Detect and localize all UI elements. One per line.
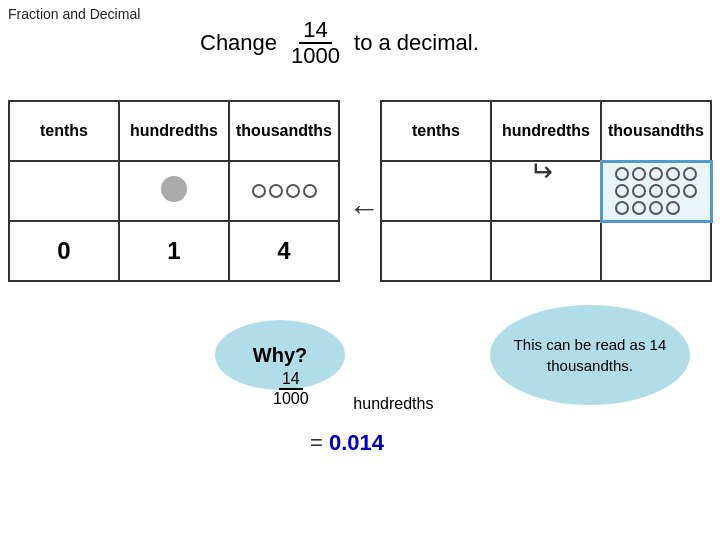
grid-dot-13 (649, 201, 663, 215)
grid-dot-8 (649, 184, 663, 198)
grid-dot-5 (683, 167, 697, 181)
left-value-thousandths: 4 (229, 221, 339, 281)
curved-arrow-icon: ↵ (530, 155, 553, 188)
right-value-thousandths (601, 221, 711, 281)
grid-dot-12 (632, 201, 646, 215)
grid-dot-2 (632, 167, 646, 181)
left-value-hundredths: 1 (119, 221, 229, 281)
why-label: Why? (253, 344, 307, 367)
grid-dot-9 (666, 184, 680, 198)
left-value-tenths: 0 (9, 221, 119, 281)
open-circle-2 (269, 184, 283, 198)
grid-dot-7 (632, 184, 646, 198)
grid-dot-4 (666, 167, 680, 181)
left-cell-tenths-icon (9, 161, 119, 221)
to-decimal-label: to a decimal. (354, 30, 479, 56)
left-place-value-table: tenths hundredths thousandths 0 1 4 (8, 100, 340, 282)
change-instruction: Change 14 1000 to a decimal. (200, 18, 479, 68)
bottom-fraction: 14 1000 (270, 370, 312, 408)
open-circle-4 (303, 184, 317, 198)
right-header-tenths: tenths (381, 101, 491, 161)
left-header-tenths: tenths (9, 101, 119, 161)
bot-fraction-numerator: 14 (279, 370, 303, 390)
right-place-value-table: tenths hundredths thousandths (380, 100, 713, 282)
right-header-hundredths: hundredths (491, 101, 601, 161)
right-cell-tenths (381, 161, 491, 221)
right-cell-thousandths-highlighted (601, 161, 711, 221)
grid-dots-group (603, 163, 710, 219)
left-header-hundredths: hundredths (119, 101, 229, 161)
right-value-tenths (381, 221, 491, 281)
grid-dot-10 (683, 184, 697, 198)
left-cell-thousandths-icon (229, 161, 339, 221)
open-circles-group (230, 184, 338, 198)
grid-dot-1 (615, 167, 629, 181)
equals-decimal-line: = 0.014 (310, 430, 384, 456)
grid-dot-11 (615, 201, 629, 215)
open-circle-1 (252, 184, 266, 198)
left-arrow-icon: ← (348, 190, 380, 227)
fraction-denominator: 1000 (287, 44, 344, 68)
read-bubble: This can be read as 14 thousandths. (490, 305, 690, 405)
grid-dot-6 (615, 184, 629, 198)
right-header-thousandths: thousandths (601, 101, 711, 161)
main-fraction: 14 1000 (287, 18, 344, 68)
hundredths-context-label: hundredths (340, 395, 433, 413)
page-title: Fraction and Decimal (8, 6, 140, 22)
read-bubble-text: This can be read as 14 thousandths. (500, 334, 680, 376)
decimal-result: 0.014 (329, 430, 384, 455)
left-header-thousandths: thousandths (229, 101, 339, 161)
fraction-numerator: 14 (299, 18, 331, 44)
grid-dot-14 (666, 201, 680, 215)
right-value-hundredths (491, 221, 601, 281)
change-label: Change (200, 30, 277, 56)
grid-dot-3 (649, 167, 663, 181)
left-cell-hundredths-icon (119, 161, 229, 221)
bot-fraction-denominator: 1000 (270, 390, 312, 408)
open-circle-3 (286, 184, 300, 198)
circle-dot-icon (161, 176, 187, 202)
